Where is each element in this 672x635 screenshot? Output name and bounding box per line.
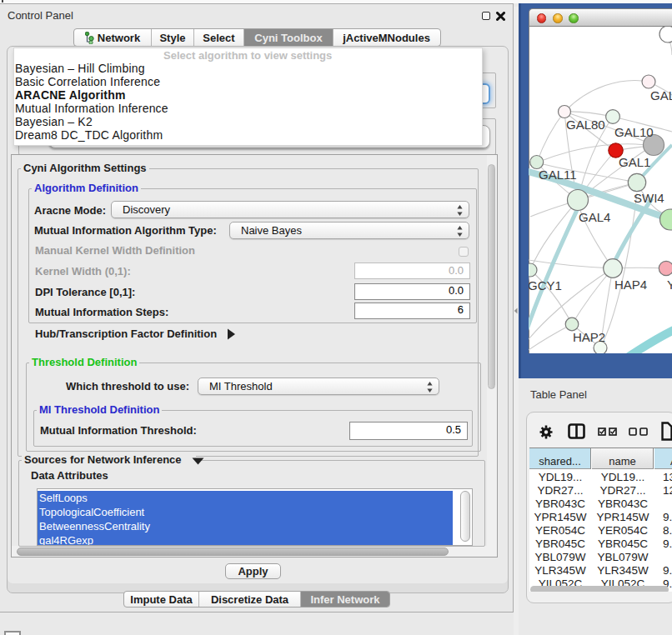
svg-text:GAL4: GAL4 [579,210,610,224]
svg-text:GAL11: GAL11 [539,168,577,182]
svg-text:GAL80: GAL80 [566,118,605,132]
svg-text:HAP4: HAP4 [614,278,647,292]
svg-text:SWI4: SWI4 [634,191,664,205]
svg-text:Y: Y [667,278,672,292]
svg-text:GAL1: GAL1 [619,155,650,169]
svg-text:GAL2: GAL2 [650,88,672,102]
svg-text:GCY1: GCY1 [529,278,562,292]
svg-text:HAP2: HAP2 [573,330,605,344]
svg-text:GAL10: GAL10 [614,125,654,139]
